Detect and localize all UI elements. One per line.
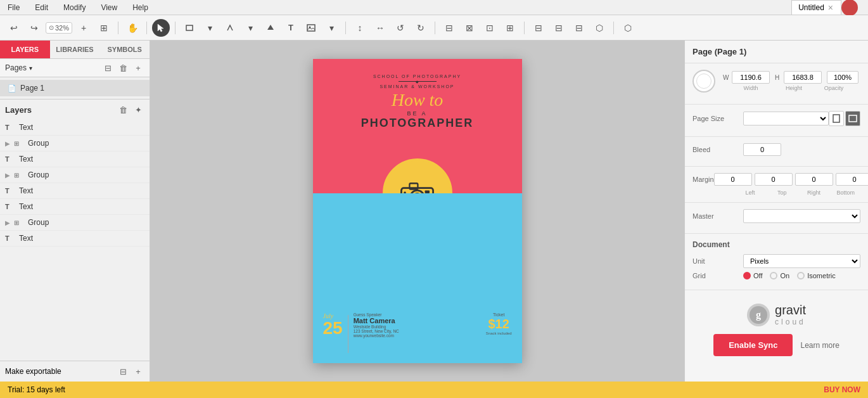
- pages-delete[interactable]: 🗑: [117, 61, 129, 74]
- flip-v-tool[interactable]: ↕: [351, 19, 369, 37]
- layer-name: Text: [19, 155, 33, 164]
- layer-item[interactable]: ▶ ⊞ Group: [0, 136, 150, 151]
- page-item[interactable]: 📄 Page 1: [0, 80, 150, 96]
- pencil-dropdown[interactable]: ▾: [241, 19, 259, 37]
- menu-view[interactable]: View: [98, 2, 120, 13]
- expand-icon: ▶: [5, 172, 10, 179]
- layers-list: T Text ▶ ⊞ Group T Text ▶ ⊞ Group T Text: [0, 120, 150, 361]
- image-tool[interactable]: [302, 19, 320, 37]
- rotate-ccw-tool[interactable]: ↺: [392, 19, 409, 37]
- height-input[interactable]: 1683.8: [784, 71, 822, 84]
- align-tool[interactable]: ⊟: [440, 19, 458, 37]
- layer-item[interactable]: ▶ ⊞ Group: [0, 215, 150, 231]
- pen-tool[interactable]: [221, 19, 239, 37]
- layer-item[interactable]: ▶ ⊞ Group: [0, 167, 150, 183]
- margin-right-label: Right: [800, 189, 829, 196]
- path-tool[interactable]: ⬡: [590, 19, 608, 37]
- layers-add[interactable]: ✦: [132, 103, 144, 116]
- opacity-input[interactable]: 100%: [827, 71, 858, 84]
- tab-close-icon[interactable]: ×: [828, 3, 833, 13]
- school-name: SCHOOL OF PHOTOGRAPHY: [373, 74, 461, 79]
- page-size-section: Page Size: [685, 105, 868, 137]
- rectangle-tool[interactable]: [181, 19, 198, 37]
- master-select[interactable]: [743, 209, 860, 223]
- page-size-icon-portrait[interactable]: [829, 111, 844, 126]
- image-icon: [307, 23, 316, 32]
- zoom-display[interactable]: ⊙ 32%: [46, 22, 72, 34]
- canvas-area[interactable]: SCHOOL OF PHOTOGRAPHY SEMINAR & WORKSHOP…: [150, 41, 684, 382]
- document-section: Document Unit Pixels Grid Off On: [685, 234, 868, 290]
- unit-select[interactable]: Pixels: [743, 254, 860, 268]
- layer-item[interactable]: T Text: [0, 199, 150, 215]
- page-size-select[interactable]: [743, 112, 829, 125]
- margin-left-input[interactable]: 0: [714, 173, 752, 186]
- buy-now-button[interactable]: BUY NOW: [824, 385, 860, 394]
- grid-on-option[interactable]: On: [770, 272, 789, 279]
- export-add-btn[interactable]: +: [132, 365, 144, 378]
- pan-button[interactable]: ✋: [124, 19, 141, 37]
- group-type-icon: ⊞: [14, 140, 24, 147]
- undo-button[interactable]: ↩: [5, 19, 23, 37]
- bleed-input[interactable]: 0: [743, 143, 781, 156]
- image-dropdown[interactable]: ▾: [322, 19, 340, 37]
- flip-h-tool[interactable]: ↔: [371, 19, 389, 37]
- separator-7: [613, 22, 614, 34]
- color-swatch[interactable]: [692, 70, 715, 93]
- tab-layers[interactable]: LAYERS: [0, 41, 50, 58]
- grid-off-option[interactable]: Off: [743, 272, 762, 279]
- layer-item[interactable]: T Text: [0, 183, 150, 199]
- enable-sync-button[interactable]: Enable Sync: [713, 334, 793, 356]
- page-size-icons: [829, 111, 860, 126]
- color-inner: [696, 74, 712, 89]
- learn-more-button[interactable]: Learn more: [800, 341, 839, 350]
- pages-dropdown[interactable]: Pages ▾: [5, 63, 32, 72]
- layers-header: Layers 🗑 ✦: [0, 100, 150, 120]
- combine-tool[interactable]: ⊡: [481, 19, 499, 37]
- user-avatar[interactable]: [841, 0, 858, 16]
- arrange-tool[interactable]: ⊟: [530, 19, 547, 37]
- page-size-row: Page Size: [692, 111, 860, 126]
- boolean-tool[interactable]: ⊞: [501, 19, 519, 37]
- document-tab[interactable]: Untitled ×: [791, 0, 841, 15]
- grid-on-radio[interactable]: [770, 272, 777, 279]
- grid-label: Grid: [692, 272, 743, 279]
- svg-marker-2: [267, 25, 274, 30]
- menu-edit[interactable]: Edit: [32, 2, 51, 13]
- fit-button[interactable]: ⊞: [95, 19, 113, 37]
- add-button[interactable]: +: [75, 19, 93, 37]
- menu-file[interactable]: File: [5, 2, 22, 13]
- pages-add[interactable]: +: [132, 61, 144, 74]
- grid-isometric-option[interactable]: Isometric: [797, 272, 836, 279]
- distribute-tool[interactable]: ⊠: [461, 19, 478, 37]
- tab-symbols[interactable]: SYMBOLS: [99, 41, 150, 58]
- mask-tool[interactable]: ⊟: [570, 19, 588, 37]
- pages-grid-view[interactable]: ⊟: [101, 61, 114, 74]
- width-input[interactable]: 1190.6: [732, 71, 770, 84]
- separator-2: [146, 22, 147, 34]
- menu-help[interactable]: Help: [130, 2, 151, 13]
- text-tool[interactable]: T: [282, 19, 300, 37]
- margin-right-input[interactable]: 0: [795, 173, 833, 186]
- layers-delete[interactable]: 🗑: [117, 103, 129, 116]
- export-action-btn[interactable]: ⊟: [117, 365, 129, 378]
- select-button[interactable]: [152, 19, 170, 37]
- margin-top-input[interactable]: 0: [755, 173, 793, 186]
- margin-bottom-input[interactable]: 0: [836, 173, 868, 186]
- margin-left-label: Left: [736, 189, 765, 196]
- fill-tool[interactable]: [262, 19, 279, 37]
- tab-libraries[interactable]: LIBRARIES: [50, 41, 100, 58]
- page-size-icon-landscape[interactable]: [845, 111, 860, 126]
- layer-item[interactable]: T Text: [0, 151, 150, 167]
- shape-dropdown[interactable]: ▾: [201, 19, 219, 37]
- layer-item[interactable]: T Text: [0, 120, 150, 136]
- grid-isometric-radio[interactable]: [797, 272, 805, 279]
- tab-title: Untitled: [798, 3, 824, 12]
- arrange-tool2[interactable]: ⊟: [550, 19, 568, 37]
- rotate-cw-tool[interactable]: ↻: [412, 19, 430, 37]
- menu-modify[interactable]: Modify: [61, 2, 88, 13]
- grid-off-radio[interactable]: [743, 272, 751, 279]
- redo-button[interactable]: ↪: [25, 19, 43, 37]
- export-button[interactable]: ⬡: [619, 19, 637, 37]
- layer-item[interactable]: T Text: [0, 231, 150, 247]
- svg-rect-3: [307, 25, 315, 31]
